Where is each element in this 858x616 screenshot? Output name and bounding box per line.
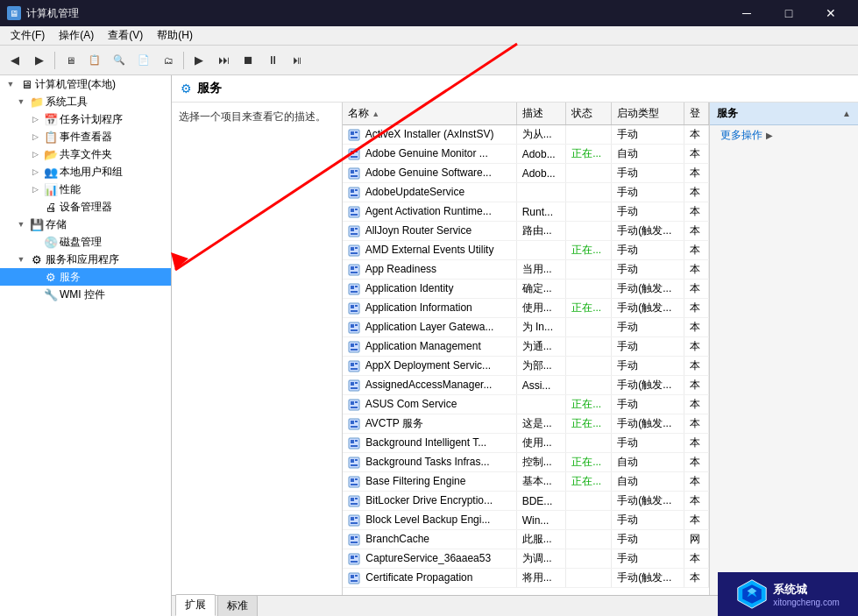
expand-performance[interactable]: ▷ [28, 182, 42, 196]
sidebar-disk-management[interactable]: 💿 磁盘管理 [0, 233, 171, 251]
svg-rect-37 [351, 305, 354, 308]
expand-device-manager[interactable] [28, 200, 42, 214]
table-row[interactable]: Application Layer Gatewa... 为 In... 手动 本 [343, 318, 709, 337]
play-button[interactable]: ▶ [188, 49, 210, 72]
toolbar-btn-3[interactable]: 🔍 [108, 49, 131, 72]
col-header-status[interactable]: 状态 [566, 103, 612, 125]
table-row[interactable]: Application Management 为通... 手动 本 [343, 337, 709, 357]
services-table-container[interactable]: 名称 ▲ 描述 状态 启动类型 登 [343, 103, 709, 595]
cell-startup: 手动 [612, 241, 684, 260]
sidebar-storage[interactable]: ▼ 💾 存储 [0, 216, 171, 233]
toolbar-btn-1[interactable]: 🖥 [59, 49, 82, 72]
service-row-icon [348, 553, 360, 565]
cell-desc: 为部... [516, 357, 566, 376]
expand-event-viewer[interactable]: ▷ [28, 130, 42, 144]
description-panel: 选择一个项目来查看它的描述。 [172, 103, 343, 595]
expand-wmi[interactable] [28, 287, 42, 301]
table-row[interactable]: Background Intelligent T... 使用... 手动 本 [343, 434, 709, 453]
expand-services[interactable] [28, 270, 42, 284]
table-row[interactable]: BitLocker Drive Encryptio... BDE... 手动(触… [343, 492, 709, 511]
forward-button[interactable]: ▶ [28, 49, 51, 72]
cell-name: BitLocker Drive Encryptio... [343, 492, 516, 511]
cell-desc: 将用... [516, 569, 566, 588]
expand-disk-management[interactable] [28, 235, 42, 249]
table-row[interactable]: App Readiness 当用... 手动 本 [343, 260, 709, 280]
pause-button[interactable]: ⏸ [261, 49, 284, 72]
table-row[interactable]: Background Tasks Infras... 控制... 正在... 自… [343, 453, 709, 472]
cell-desc: Runt... [516, 202, 566, 222]
toolbar-btn-2[interactable]: 📋 [83, 49, 106, 72]
table-row[interactable]: Application Information 使用... 正在... 手动(触… [343, 299, 709, 318]
table-row[interactable]: AdobeUpdateService 手动 本 [343, 183, 709, 202]
sidebar-label-storage: 存储 [46, 217, 67, 232]
minimize-button[interactable]: ─ [727, 0, 767, 26]
col-header-login[interactable]: 登 [684, 103, 709, 125]
svg-rect-65 [351, 440, 354, 443]
toolbar-btn-4[interactable]: 📄 [132, 49, 155, 72]
table-row[interactable]: ASUS Com Service 正在... 手动 本 [343, 395, 709, 414]
close-button[interactable]: ✕ [811, 0, 851, 26]
table-row[interactable]: Base Filtering Engine 基本... 正在... 自动 本 [343, 472, 709, 492]
menu-view[interactable]: 查看(V) [101, 26, 150, 45]
table-row[interactable]: AVCTP 服务 这是... 正在... 手动(触发... 本 [343, 414, 709, 434]
table-row[interactable]: AppX Deployment Servic... 为部... 手动 本 [343, 357, 709, 376]
table-row[interactable]: CaptureService_36aaea53 为调... 手动 本 [343, 549, 709, 569]
service-row-icon [348, 283, 360, 295]
sidebar-task-scheduler[interactable]: ▷ 📅 任务计划程序 [0, 110, 171, 128]
sidebar-services[interactable]: ⚙ 服务 [0, 268, 171, 286]
table-row[interactable]: ActiveX Installer (AxInstSV) 为从... 手动 本 [343, 125, 709, 145]
sidebar-root[interactable]: ▼ 🖥 计算机管理(本地) [0, 75, 171, 93]
maximize-button[interactable]: □ [769, 0, 809, 26]
toolbar-btn-5[interactable]: 🗂 [157, 49, 180, 72]
expand-services-apps[interactable]: ▼ [14, 252, 28, 266]
sidebar-wmi[interactable]: 🔧 WMI 控件 [0, 286, 171, 303]
restart-button[interactable]: ⏯ [286, 49, 308, 72]
back-button[interactable]: ◀ [4, 49, 26, 72]
table-row[interactable]: Agent Activation Runtime... Runt... 手动 本 [343, 202, 709, 222]
ops-more-actions[interactable]: 更多操作 ▶ [710, 125, 858, 145]
table-row[interactable]: BranchCache 此服... 手动 网 [343, 530, 709, 549]
svg-rect-63 [351, 426, 358, 428]
tab-extended[interactable]: 扩展 [175, 594, 216, 616]
sidebar-shared-folders[interactable]: ▷ 📂 共享文件夹 [0, 145, 171, 163]
menu-help[interactable]: 帮助(H) [150, 26, 200, 45]
sidebar-system-tools[interactable]: ▼ 📁 系统工具 [0, 93, 171, 110]
expand-storage[interactable]: ▼ [14, 217, 28, 231]
sidebar-performance[interactable]: ▷ 📊 性能 [0, 181, 171, 198]
menu-file[interactable]: 文件(F) [4, 26, 52, 45]
svg-rect-23 [351, 233, 358, 235]
table-row[interactable]: Adobe Genuine Software... Adob... 手动 本 [343, 164, 709, 183]
svg-rect-10 [355, 170, 358, 172]
sidebar-local-users[interactable]: ▷ 👥 本地用户和组 [0, 163, 171, 181]
sidebar-device-manager[interactable]: 🖨 设备管理器 [0, 198, 171, 216]
menu-action[interactable]: 操作(A) [52, 26, 101, 45]
svg-rect-39 [351, 310, 358, 312]
col-header-desc[interactable]: 描述 [516, 103, 566, 125]
table-row[interactable]: AllJoyn Router Service 路由... 手动(触发... 本 [343, 222, 709, 241]
table-row[interactable]: Block Level Backup Engi... Win... 手动 本 [343, 511, 709, 530]
table-row[interactable]: Adobe Genuine Monitor ... Adob... 正在... … [343, 145, 709, 164]
cell-name: AMD External Events Utility [343, 241, 516, 260]
expand-root[interactable]: ▼ [4, 77, 18, 91]
table-row[interactable]: Application Identity 确定... 手动(触发... 本 [343, 280, 709, 299]
sidebar-label-task-scheduler: 任务计划程序 [60, 112, 123, 127]
cell-login: 本 [684, 492, 709, 511]
expand-local-users[interactable]: ▷ [28, 165, 42, 179]
table-row[interactable]: Certificate Propagation 将用... 手动(触发... 本 [343, 569, 709, 588]
table-row[interactable]: AssignedAccessManager... Assi... 手动(触发..… [343, 376, 709, 395]
cell-startup: 手动(触发... [612, 492, 684, 511]
svg-rect-21 [351, 228, 354, 231]
expand-shared-folders[interactable]: ▷ [28, 147, 42, 161]
tab-standard[interactable]: 标准 [217, 595, 258, 616]
sidebar-services-apps[interactable]: ▼ ⚙ 服务和应用程序 [0, 251, 171, 268]
sidebar-label-performance: 性能 [60, 182, 81, 197]
col-header-name[interactable]: 名称 ▲ [343, 103, 516, 125]
sidebar-event-viewer[interactable]: ▷ 📋 事件查看器 [0, 128, 171, 145]
expand-task-scheduler[interactable]: ▷ [28, 112, 42, 126]
col-header-startup[interactable]: 启动类型 [612, 103, 684, 125]
svg-rect-9 [351, 170, 354, 173]
play-from-button[interactable]: ⏭ [212, 49, 235, 72]
table-row[interactable]: AMD External Events Utility 正在... 手动 本 [343, 241, 709, 260]
expand-system-tools[interactable]: ▼ [14, 95, 28, 109]
stop-button[interactable]: ⏹ [237, 49, 259, 72]
